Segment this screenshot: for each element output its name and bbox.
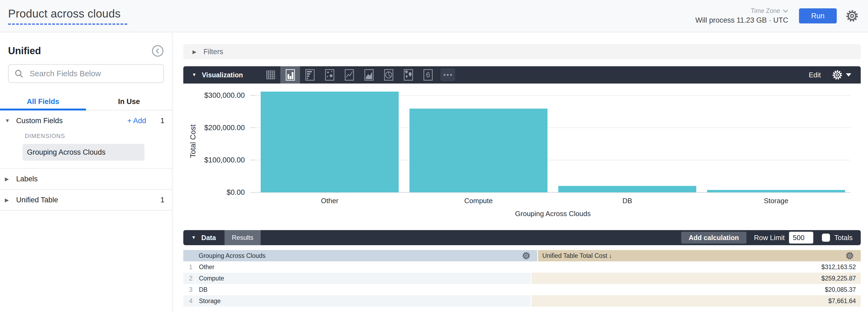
y-tick-label: $200,000.00 [204,124,245,132]
row-index: 2 [183,273,196,284]
caret-right-icon: ▶ [5,176,14,182]
chevron-down-icon [783,9,788,13]
search-icon [14,69,24,79]
visualization-bar: ▼ Visualization [183,66,861,84]
field-picker-sidebar: Unified All Fields In Use ▼ Custom Field… [0,33,173,312]
explore-page: Product across clouds Time Zone Will pro… [0,0,868,312]
measure-cell[interactable]: $20,085.37 [531,284,861,295]
divider [0,210,172,211]
sidebar-section-custom-fields[interactable]: ▼ Custom Fields + Add 1 [0,111,172,131]
x-category-label: Compute [404,197,553,205]
collapse-sidebar-icon[interactable] [152,45,164,57]
dimension-cell[interactable]: Compute [196,273,531,284]
dimension-cell[interactable]: Storage [196,295,531,307]
axis-tick [250,160,255,160]
row-limit-input[interactable] [789,232,813,244]
axis-tick [250,95,255,96]
filters-bar[interactable]: ▶ Filters [183,44,861,59]
active-tab-underline [0,108,86,111]
area-chart-viz-icon[interactable] [359,66,379,84]
search-input[interactable] [30,69,158,78]
viz-type-switcher: 6 [261,66,458,84]
row-index: 1 [183,261,196,273]
visualization-label: Visualization [202,71,243,79]
title-wrap: Product across clouds [8,7,127,25]
dimension-column-header[interactable]: Grouping Across Clouds [183,250,537,261]
caret-down-icon: ▼ [5,118,14,124]
page-title[interactable]: Product across clouds [8,7,127,20]
x-category-label: Storage [702,197,850,205]
y-tick-label: $100,000.00 [204,156,245,164]
bar-storage[interactable] [707,190,845,192]
main-content: ▶ Filters ▼ Visualization [173,33,868,312]
viz-settings-gear-icon[interactable] [832,70,851,80]
bar-chart: Total Cost $300,000.00$200,000.00$100,00… [183,84,861,219]
dimension-cell[interactable]: DB [196,284,531,295]
timezone-selector[interactable]: Time Zone [751,7,788,14]
y-axis-labels: $300,000.00$200,000.00$100,000.00$0.00 [183,90,245,192]
sidebar-section-unified-table[interactable]: ▶ Unified Table 1 [0,190,172,210]
data-label: Data [202,234,216,242]
tab-all-fields[interactable]: All Fields [0,93,86,110]
caret-down-icon[interactable]: ▼ [192,72,196,77]
totals-checkbox[interactable] [822,233,830,242]
bar-db[interactable] [558,186,696,192]
line-chart-viz-icon[interactable] [339,66,359,84]
add-custom-field-button[interactable]: + Add [127,117,146,125]
bar-compute[interactable] [409,108,548,192]
column-chart-viz-icon[interactable] [280,66,300,84]
caret-right-icon: ▶ [192,49,196,55]
process-estimate-text: Will process 11.23 GB · UTC [695,16,788,25]
field-tabs: All Fields In Use [0,93,172,111]
caret-down-icon[interactable]: ▼ [191,235,196,240]
row-index: 3 [183,284,196,295]
caret-right-icon: ▶ [5,197,14,203]
row-limit-label: Row Limit [754,233,785,242]
data-bar: ▼ Data Results Add calculation Row Limit… [183,230,861,245]
dimensions-group-label: DIMENSIONS [25,132,172,139]
y-tick-label: $0.00 [226,188,245,197]
more-viz-types-icon[interactable] [438,66,458,84]
measure-cell[interactable]: $7,661.64 [531,295,861,307]
filters-label: Filters [204,48,223,56]
run-button[interactable]: Run [799,8,837,24]
scatter-viz-icon[interactable] [320,66,339,84]
table-header-row: Grouping Across Clouds Unified Table Tot… [183,250,861,261]
title-underline [8,24,127,25]
sort-descending-icon[interactable]: ↓ [609,252,612,259]
row-index: 4 [183,295,196,307]
table-row: 4Storage$7,661.64 [183,295,861,307]
column-gear-icon[interactable] [846,252,854,260]
tab-in-use[interactable]: In Use [86,93,172,110]
plot-area [255,90,850,192]
bar-other[interactable] [261,92,399,192]
measure-cell[interactable]: $312,163.52 [531,261,861,273]
measure-column-header[interactable]: Unified Table Total Cost ↓ [537,250,861,261]
field-grouping-across-clouds[interactable]: Grouping Across Clouds [23,144,145,161]
pie-chart-viz-icon[interactable] [379,66,398,84]
x-axis-labels: OtherComputeDBStorage [255,197,850,207]
table-viz-icon[interactable] [261,66,280,84]
x-category-label: Other [255,197,404,205]
field-search-box[interactable] [8,64,164,83]
viz-edit-button[interactable]: Edit [809,71,821,79]
axis-tick [250,127,255,128]
bar-chart-viz-icon[interactable] [300,66,320,84]
single-value-viz-icon[interactable]: 6 [418,66,438,84]
explore-settings-gear-icon[interactable] [846,10,858,22]
map-viz-icon[interactable] [398,66,418,84]
table-row: 2Compute$259,225.87 [183,273,861,284]
timezone-label: Time Zone [751,7,780,14]
unified-table-count: 1 [159,196,164,204]
table-row: 3DB$20,085.37 [183,284,861,295]
sidebar-section-labels[interactable]: ▶ Labels [0,169,172,189]
measure-cell[interactable]: $259,225.87 [531,273,861,284]
x-axis-title: Grouping Across Clouds [255,210,850,218]
top-header: Product across clouds Time Zone Will pro… [0,0,868,32]
svg-text:6: 6 [426,71,430,79]
add-calculation-button[interactable]: Add calculation [681,232,746,244]
results-tab[interactable]: Results [224,230,261,245]
dimension-cell[interactable]: Other [196,261,531,273]
caret-down-icon [846,73,851,77]
column-gear-icon[interactable] [522,252,530,260]
